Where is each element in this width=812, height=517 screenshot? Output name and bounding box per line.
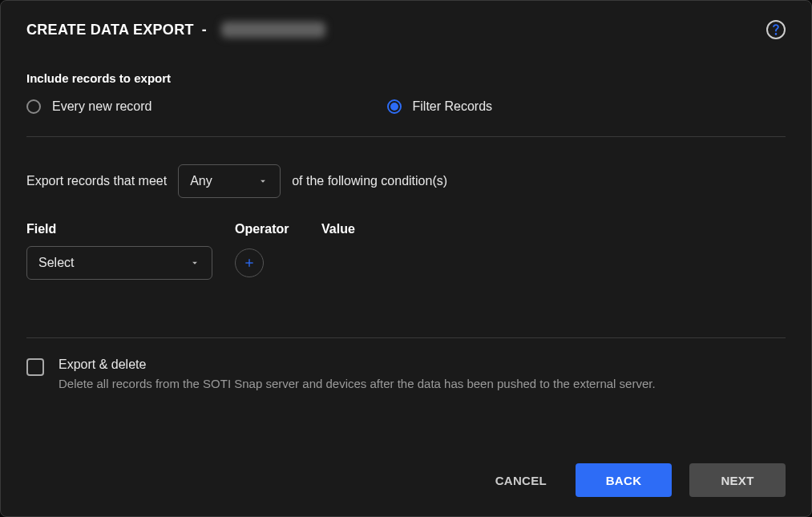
cancel-button[interactable]: CANCEL bbox=[484, 463, 558, 497]
help-icon[interactable] bbox=[766, 20, 786, 39]
plus-icon bbox=[243, 256, 256, 269]
condition-suffix: of the following condition(s) bbox=[292, 174, 447, 188]
export-delete-row: Export & delete Delete all records from … bbox=[26, 357, 786, 392]
divider bbox=[26, 136, 786, 137]
export-delete-text: Export & delete Delete all records from … bbox=[59, 357, 656, 392]
field-header: Field bbox=[26, 222, 212, 236]
export-delete-title: Export & delete bbox=[59, 357, 656, 372]
chevron-down-icon bbox=[257, 176, 269, 187]
radio-circle-selected-icon bbox=[387, 99, 402, 114]
operator-column: Operator bbox=[235, 222, 299, 280]
include-section-label: Include records to export bbox=[26, 71, 786, 85]
condition-columns: Field Select Operator Value bbox=[26, 222, 786, 280]
operator-header: Operator bbox=[235, 222, 299, 236]
next-button[interactable]: NEXT bbox=[689, 463, 786, 497]
radio-every-new-record[interactable]: Every new record bbox=[26, 99, 152, 114]
radio-circle-icon bbox=[26, 99, 41, 114]
match-mode-value: Any bbox=[190, 174, 212, 188]
modal-title: CREATE DATA EXPORT bbox=[26, 22, 194, 38]
field-column: Field Select bbox=[26, 222, 212, 280]
field-select[interactable]: Select bbox=[26, 246, 212, 280]
value-column: Value bbox=[321, 222, 786, 280]
export-delete-description: Delete all records from the SOTI Snap se… bbox=[59, 375, 656, 392]
modal-content: Include records to export Every new reco… bbox=[1, 52, 811, 447]
condition-sentence: Export records that meet Any of the foll… bbox=[26, 164, 786, 198]
radio-label-every: Every new record bbox=[52, 99, 152, 114]
radio-filter-records[interactable]: Filter Records bbox=[387, 99, 493, 114]
field-select-value: Select bbox=[38, 256, 74, 270]
redacted-name bbox=[221, 22, 325, 38]
back-button[interactable]: BACK bbox=[576, 463, 672, 497]
modal-footer: CANCEL BACK NEXT bbox=[1, 447, 811, 516]
add-condition-button[interactable] bbox=[235, 248, 264, 277]
radio-label-filter: Filter Records bbox=[413, 99, 493, 114]
match-mode-select[interactable]: Any bbox=[178, 164, 281, 198]
include-radio-group: Every new record Filter Records bbox=[26, 99, 786, 114]
modal-header: CREATE DATA EXPORT - bbox=[1, 1, 811, 52]
title-dash: - bbox=[202, 22, 207, 38]
export-delete-checkbox[interactable] bbox=[26, 358, 44, 376]
chevron-down-icon bbox=[189, 257, 200, 269]
value-header: Value bbox=[321, 222, 786, 236]
title-group: CREATE DATA EXPORT - bbox=[26, 22, 325, 38]
condition-prefix: Export records that meet bbox=[26, 174, 167, 188]
divider bbox=[26, 337, 786, 338]
create-data-export-modal: CREATE DATA EXPORT - Include records to … bbox=[0, 0, 812, 517]
